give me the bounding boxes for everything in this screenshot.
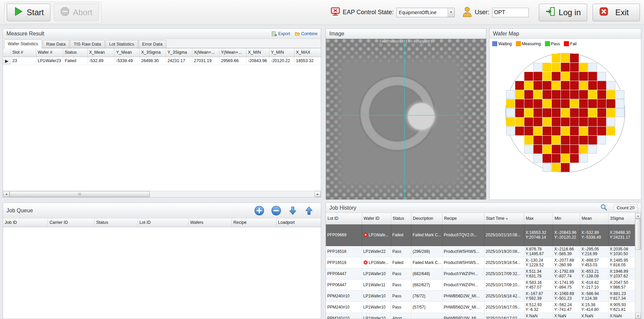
wafer-die-cell[interactable] <box>606 127 615 135</box>
job-history-row[interactable]: PFP06447LP1Wafer11Pass(682/627)Product\Y… <box>326 279 635 290</box>
scroll-down-button[interactable]: ▼ <box>635 313 641 319</box>
wafer-die-cell[interactable] <box>552 117 560 126</box>
queue-column-header[interactable]: Carrier ID <box>48 218 94 227</box>
wafer-die-cell[interactable] <box>543 136 551 144</box>
wafer-die-cell[interactable] <box>606 99 615 108</box>
history-column-header[interactable]: Max <box>524 213 553 224</box>
wafer-die-cell[interactable] <box>533 72 542 81</box>
wafer-die-cell[interactable] <box>570 154 579 163</box>
wafer-die-cell[interactable] <box>524 117 533 126</box>
wafer-die-cell[interactable] <box>543 154 551 163</box>
measure-column-header[interactable]: X_MAX <box>294 48 321 57</box>
wafer-die-cell[interactable] <box>515 127 524 135</box>
wafer-die-cell[interactable] <box>606 90 615 99</box>
wafer-die-cell[interactable] <box>543 145 551 154</box>
wafer-die-cell[interactable] <box>552 63 560 72</box>
wafer-die-cell[interactable] <box>570 127 579 135</box>
job-history-row[interactable]: PPM240#10LP1Wafer10AbortPHWB56D2W_MI...2… <box>326 313 635 319</box>
wafer-die-cell[interactable] <box>561 136 570 144</box>
wafer-die-cell[interactable] <box>579 99 588 108</box>
wafer-die-cell[interactable] <box>533 127 542 135</box>
wafer-die-cell[interactable] <box>552 90 560 99</box>
wafer-die-cell[interactable] <box>588 136 597 144</box>
wafer-die-cell[interactable] <box>524 81 533 90</box>
dropdown-arrow-icon[interactable]: ▼ <box>448 8 454 17</box>
queue-column-header[interactable]: Job ID <box>3 218 48 227</box>
remove-job-button[interactable] <box>271 205 282 216</box>
wafer-die-cell[interactable] <box>570 54 579 62</box>
scrollbar-thumb[interactable] <box>9 191 150 197</box>
wafer-die-cell[interactable] <box>524 72 533 81</box>
abort-button[interactable]: Abort <box>54 4 99 21</box>
wafer-die-cell[interactable] <box>543 81 551 90</box>
wafer-die-cell[interactable] <box>588 72 597 81</box>
exit-button[interactable]: Exit <box>593 4 640 21</box>
wafer-die-cell[interactable] <box>588 81 597 90</box>
wafer-die-cell[interactable] <box>506 90 515 99</box>
wafer-die-cell[interactable] <box>506 99 515 108</box>
wafer-die-cell[interactable] <box>579 108 588 117</box>
wafer-die-cell[interactable] <box>597 136 606 144</box>
scroll-left-button[interactable]: ◄ <box>3 191 9 197</box>
job-history-row[interactable]: PPM240#10LP1Wafer10Pass(76/72)PHWB56D2W_… <box>326 290 635 301</box>
wafer-die-cell[interactable] <box>616 90 624 99</box>
wafer-die-cell[interactable] <box>543 127 551 135</box>
wafer-die-cell[interactable] <box>597 90 606 99</box>
wafer-die-cell[interactable] <box>552 108 560 117</box>
combine-button[interactable]: Combine <box>295 31 317 36</box>
scroll-up-button[interactable]: ▲ <box>635 213 641 219</box>
history-column-header[interactable]: Status <box>391 213 411 224</box>
wafer-die-cell[interactable] <box>570 90 579 99</box>
wafer-die-cell[interactable] <box>597 127 606 135</box>
wafer-die-cell[interactable] <box>533 154 542 163</box>
wafer-die-cell[interactable] <box>524 127 533 135</box>
measure-column-header[interactable]: X_Mean <box>87 48 114 57</box>
wafer-die-cell[interactable] <box>588 90 597 99</box>
wafer-die-cell[interactable] <box>561 99 570 108</box>
wafer-die-cell[interactable] <box>524 108 533 117</box>
queue-column-header[interactable]: Recipe <box>232 218 276 227</box>
job-history-row[interactable]: PFP16516LP1Wafer22Pass(296/288)Product\W… <box>326 246 635 257</box>
wafer-die-cell[interactable] <box>552 127 560 135</box>
wafer-die-cell[interactable] <box>616 108 624 117</box>
wafer-die-cell[interactable] <box>543 163 551 172</box>
wafer-die-cell[interactable] <box>506 117 515 126</box>
wafer-die-cell[interactable] <box>579 117 588 126</box>
wafer-die-cell[interactable] <box>506 108 515 117</box>
measure-column-header[interactable]: Y_Mean <box>114 48 139 57</box>
wafer-die-cell[interactable] <box>524 99 533 108</box>
export-button[interactable]: Export <box>272 31 290 36</box>
tab-wafer-statistics[interactable]: Wafer Statistics <box>4 39 42 48</box>
scrollbar-thumb[interactable] <box>635 219 641 250</box>
wafer-die-cell[interactable] <box>533 145 542 154</box>
measure-column-header[interactable]: Y_3Sigma <box>166 48 192 57</box>
wafer-die-cell[interactable] <box>533 108 542 117</box>
job-history-row[interactable]: PPM240#10LP1Wafer10Pass(57/57)PHWB56D2W_… <box>326 301 635 313</box>
wafer-die-cell[interactable] <box>570 145 579 154</box>
wafer-die-cell[interactable] <box>588 117 597 126</box>
wafer-die-cell[interactable] <box>579 72 588 81</box>
wafer-die-cell[interactable] <box>597 108 606 117</box>
wafer-die-cell[interactable] <box>570 108 579 117</box>
wafer-die-cell[interactable] <box>570 117 579 126</box>
wafer-die-cell[interactable] <box>561 108 570 117</box>
wafer-die-cell[interactable] <box>570 136 579 144</box>
wafer-die-cell[interactable] <box>552 145 560 154</box>
measure-column-header[interactable]: Y_MIN <box>269 48 294 57</box>
queue-column-header[interactable]: Status <box>94 218 138 227</box>
wafer-die-cell[interactable] <box>524 90 533 99</box>
wafer-die-cell[interactable] <box>597 72 606 81</box>
wafer-die-cell[interactable] <box>533 117 542 126</box>
wafer-die-cell[interactable] <box>606 81 615 90</box>
measure-column-header[interactable]: Status <box>63 48 87 57</box>
user-input[interactable] <box>492 8 529 17</box>
wafer-die-cell[interactable] <box>515 81 524 90</box>
history-column-header[interactable]: Mean <box>580 213 608 224</box>
wafer-die-cell[interactable] <box>552 54 560 62</box>
wafer-die-cell[interactable] <box>561 81 570 90</box>
wafer-die-cell[interactable] <box>543 63 551 72</box>
wafer-die-cell[interactable] <box>570 99 579 108</box>
measure-column-header[interactable]: X_MIN <box>246 48 269 57</box>
wafer-die-cell[interactable] <box>515 90 524 99</box>
measure-column-header[interactable]: Wafer # <box>36 48 63 57</box>
